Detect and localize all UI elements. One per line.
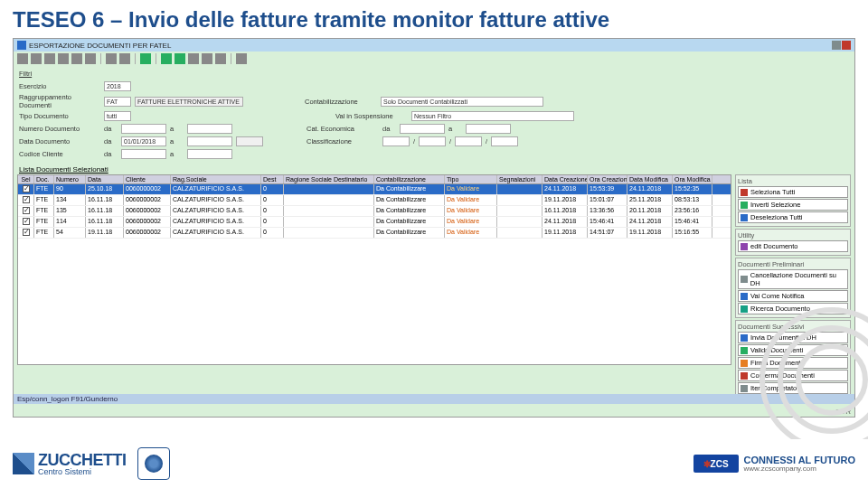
arrow-down-icon[interactable] <box>175 53 185 64</box>
tool-icon[interactable] <box>58 53 69 64</box>
table-row[interactable]: FTE13416.11.180060000002CALZATURIFICIO S… <box>18 195 731 206</box>
panel-prelim-title: Documenti Preliminari <box>738 260 848 268</box>
class-3[interactable] <box>455 136 482 146</box>
codcli-label: Codice Cliente <box>19 150 100 158</box>
panel-utility-title: Utility <box>738 231 848 239</box>
class-2[interactable] <box>419 136 446 146</box>
decor-rings <box>760 307 868 452</box>
zucchetti-logo: ZUCCHETTI Centro Sistemi <box>13 447 170 480</box>
numdoc-a[interactable] <box>187 124 232 134</box>
codcli-a[interactable] <box>187 149 232 159</box>
da-label: da <box>382 125 396 133</box>
col-rsd[interactable]: Ragione Sociale Destinatario <box>284 175 374 183</box>
numdoc-da[interactable] <box>121 124 166 134</box>
da-label: da <box>104 150 118 158</box>
statusbar-ovr: OVR <box>14 407 854 417</box>
cont-label: Contabilizzazione <box>305 98 377 106</box>
list-section-label: Lista Documenti Selezionati <box>19 165 849 174</box>
cont-select[interactable]: Solo Documenti Contabilizzati <box>381 97 543 107</box>
tool-icon[interactable] <box>44 53 55 64</box>
col-dm[interactable]: Data Modifica <box>627 175 673 183</box>
numdoc-label: Numero Documento <box>19 125 100 133</box>
tool-icon[interactable] <box>106 53 117 64</box>
slide-footer: ZUCCHETTI Centro Sistemi ✱ZCS CONNESSI A… <box>0 439 868 488</box>
panel-lista-title: Lista <box>738 177 848 185</box>
col-dc[interactable]: Data Creazione <box>542 175 588 183</box>
class-4[interactable] <box>491 136 518 146</box>
a-label: a <box>170 137 184 145</box>
tool-icon[interactable] <box>202 53 212 64</box>
a-label: a <box>170 125 184 133</box>
check-icon[interactable] <box>140 53 151 64</box>
deseleziona-button[interactable]: Deseleziona Tutti <box>738 211 848 223</box>
inverti-button[interactable]: Inverti Selezione <box>738 199 848 211</box>
window-titlebar: ESPORTAZIONE DOCUMENTI PER FATEL <box>14 39 854 52</box>
col-oc[interactable]: Ora Creazione <box>588 175 627 183</box>
datadoc-da[interactable]: 01/01/2018 <box>121 136 166 146</box>
vai-notifica-button[interactable]: Vai Come Notifica <box>738 290 848 302</box>
tool-icon[interactable] <box>17 53 28 64</box>
ragg-label: Raggruppamento Documenti <box>19 93 100 109</box>
table-row[interactable]: FTE13516.11.180060000002CALZATURIFICIO S… <box>18 206 731 217</box>
col-rag[interactable]: Rag.Sociale <box>171 175 261 183</box>
sosp-select[interactable]: Nessun Filtro <box>411 111 574 121</box>
col-data[interactable]: Data <box>86 175 124 183</box>
esercizio-label: Esercizio <box>19 82 100 90</box>
tool-icon[interactable] <box>31 53 42 64</box>
tool-icon[interactable] <box>71 53 82 64</box>
seleziona-tutti-button[interactable]: Seleziona Tutti <box>738 186 848 198</box>
col-seg[interactable]: Segnalazioni <box>497 175 542 183</box>
zucchetti-sub: Centro Sistemi <box>38 468 127 476</box>
table-row[interactable]: FTE9025.10.180060000002CALZATURIFICIO S.… <box>18 184 731 195</box>
tool-icon[interactable] <box>119 53 130 64</box>
edit-doc-button[interactable]: edit Documento <box>738 240 848 252</box>
col-num[interactable]: Numero <box>54 175 86 183</box>
tool-icon[interactable] <box>236 53 247 64</box>
filter-form: Filtri Esercizio 2018 Raggruppamento Doc… <box>14 66 854 163</box>
zucchetti-logo-icon <box>13 453 34 474</box>
close-button[interactable] <box>842 41 851 50</box>
col-tipo[interactable]: Tipo <box>445 175 497 183</box>
table-row[interactable]: FTE11416.11.180060000002CALZATURIFICIO S… <box>18 217 731 228</box>
minimize-button[interactable] <box>832 41 841 50</box>
arrow-up-icon[interactable] <box>161 53 172 64</box>
datadoc-ext <box>236 136 263 146</box>
zucchetti-name: ZUCCHETTI <box>38 452 127 468</box>
app-icon <box>17 41 26 50</box>
grid-body[interactable]: FTE9025.10.180060000002CALZATURIFICIO S.… <box>17 184 731 365</box>
datadoc-a[interactable] <box>187 136 232 146</box>
cateco-da[interactable] <box>400 124 445 134</box>
app-window: ESPORTAZIONE DOCUMENTI PER FATEL Filtri … <box>13 38 855 418</box>
class-1[interactable] <box>382 136 410 146</box>
toolbar <box>14 52 854 66</box>
tipo-input[interactable]: tutti <box>104 111 131 121</box>
ragg-desc: FATTURE ELETTRONICHE ATTIVE <box>135 97 243 107</box>
datadoc-label: Data Documento <box>19 137 100 145</box>
codcli-da[interactable] <box>121 149 166 159</box>
cancellazione-button[interactable]: Cancellazione Documenti su DH <box>738 269 848 289</box>
a-label: a <box>448 125 462 133</box>
tool-icon[interactable] <box>188 53 199 64</box>
ragg-input[interactable]: FAT <box>104 97 131 107</box>
zcs-url: www.zcscompany.com <box>744 465 855 473</box>
col-dest[interactable]: Dest <box>261 175 284 183</box>
da-label: da <box>104 125 118 133</box>
col-sel[interactable]: Sel <box>18 175 34 183</box>
tool-icon[interactable] <box>215 53 226 64</box>
col-cont[interactable]: Contabilizzazione <box>374 175 445 183</box>
slide-title: TESEO 6 – Invio delle fatture tramite mo… <box>0 0 868 38</box>
grid-header: Sel Doc. Numero Data Cliente Rag.Sociale… <box>17 174 731 184</box>
cateco-a[interactable] <box>466 124 511 134</box>
cateco-label: Cat. Economica <box>307 125 379 133</box>
document-grid: Sel Doc. Numero Data Cliente Rag.Sociale… <box>17 174 731 398</box>
col-cli[interactable]: Cliente <box>124 175 171 183</box>
esercizio-input[interactable]: 2018 <box>104 81 131 91</box>
col-doc[interactable]: Doc. <box>34 175 54 183</box>
table-row[interactable]: FTE5419.11.180060000002CALZATURIFICIO S.… <box>18 228 731 239</box>
col-om[interactable]: Ora Modifica <box>673 175 712 183</box>
zcs-mark: ✱ZCS <box>693 455 739 473</box>
zcs-tagline: CONNESSI AL FUTURO <box>744 455 855 465</box>
tool-icon[interactable] <box>85 53 96 64</box>
class-label: Classificazione <box>307 137 379 145</box>
software-badge <box>137 447 170 480</box>
